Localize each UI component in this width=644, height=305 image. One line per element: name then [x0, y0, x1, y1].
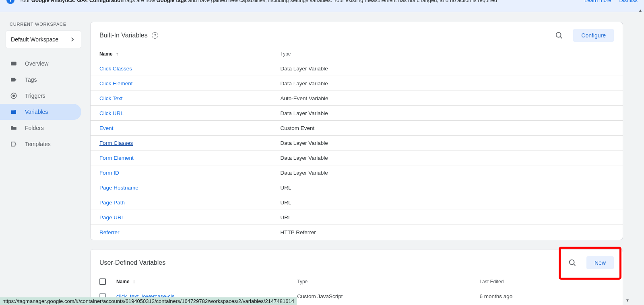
ud-col-type-header[interactable]: Type	[288, 274, 471, 289]
learn-more-link[interactable]: Learn more	[584, 0, 611, 3]
variable-link[interactable]: Click Element	[99, 80, 133, 87]
ud-col-name-header[interactable]: Name↑	[115, 274, 288, 289]
variable-type: Custom Event	[271, 121, 623, 136]
chevron-right-icon	[69, 36, 76, 43]
variable-type: Auto-Event Variable	[271, 91, 623, 106]
collapse-caret-icon[interactable]: ▲	[638, 8, 642, 12]
sidebar-item-folders[interactable]: Folders	[0, 120, 81, 136]
sort-asc-icon: ↑	[133, 279, 135, 284]
workspace-selector[interactable]: Default Workspace	[6, 31, 81, 48]
sidebar: CURRENT WORKSPACE Default Workspace Over…	[0, 12, 89, 305]
variable-link[interactable]: Page URL	[99, 214, 124, 221]
info-icon: i	[6, 0, 14, 4]
table-row[interactable]: Form ElementData Layer Variable	[91, 150, 623, 165]
variable-link[interactable]: Form Element	[99, 155, 134, 161]
variable-type: URL	[271, 210, 623, 225]
sidebar-item-overview[interactable]: Overview	[0, 56, 81, 72]
variable-link[interactable]: Form ID	[99, 170, 119, 176]
variable-link[interactable]: Page Path	[99, 200, 125, 206]
sidebar-item-label: Templates	[25, 141, 51, 147]
status-bar-url: https://tagmanager.google.com/#/containe…	[0, 297, 297, 305]
overview-icon	[10, 60, 18, 68]
info-banner: i Your Google Analytics: GA4 Configurati…	[0, 0, 644, 12]
sidebar-item-label: Overview	[25, 60, 48, 67]
variable-last-edited: 6 months ago	[471, 289, 623, 304]
builtin-variables-table: Name↑ Type Click ClassesData Layer Varia…	[91, 47, 623, 240]
search-userdef-button[interactable]	[566, 256, 579, 270]
table-row[interactable]: Click URLData Layer Variable	[91, 106, 623, 121]
variable-link[interactable]: Page Hostname	[99, 185, 138, 191]
variable-type: Data Layer Variable	[271, 76, 623, 91]
svg-point-2	[12, 95, 15, 97]
help-icon[interactable]: ?	[152, 32, 158, 39]
ud-col-last-header[interactable]: Last Edited	[471, 274, 623, 289]
table-row[interactable]: Form ClassesData Layer Variable	[91, 136, 623, 150]
table-row[interactable]: Form IDData Layer Variable	[91, 165, 623, 180]
variable-type: URL	[271, 180, 623, 195]
table-row[interactable]: Page URLURL	[91, 210, 623, 225]
banner-text: Your Google Analytics: GA4 Configuration…	[19, 0, 497, 3]
table-row[interactable]: Click TextAuto-Event Variable	[91, 91, 623, 106]
main-content: Built-In Variables ? Configure Name↑	[89, 12, 644, 305]
workspace-label: CURRENT WORKSPACE	[0, 22, 89, 31]
configure-button[interactable]: Configure	[573, 29, 614, 42]
svg-point-3	[556, 33, 561, 37]
variable-link[interactable]: Click URL	[99, 110, 124, 116]
userdef-variables-card: User-Defined Variables New Name↑	[90, 249, 623, 305]
checkbox-icon[interactable]	[99, 278, 106, 285]
variable-type: Data Layer Variable	[271, 150, 623, 165]
variable-type: Custom JavaScript	[288, 289, 471, 304]
select-all-header[interactable]	[91, 274, 115, 289]
new-variable-button[interactable]: New	[586, 256, 614, 269]
sidebar-item-label: Folders	[25, 125, 44, 131]
builtin-title: Built-In Variables	[99, 32, 148, 39]
svg-line-6	[574, 264, 575, 265]
sidebar-item-variables[interactable]: Variables	[0, 104, 81, 120]
folders-icon	[10, 124, 18, 132]
sidebar-item-triggers[interactable]: Triggers	[0, 88, 81, 104]
col-name-header[interactable]: Name↑	[91, 47, 271, 61]
variable-type: Data Layer Variable	[271, 61, 623, 76]
search-builtin-button[interactable]	[552, 29, 566, 42]
sidebar-item-label: Variables	[25, 109, 48, 115]
col-type-header[interactable]: Type	[271, 47, 623, 61]
tags-icon	[10, 76, 18, 84]
userdef-title: User-Defined Variables	[99, 259, 165, 266]
table-row[interactable]: Page PathURL	[91, 195, 623, 210]
svg-rect-0	[11, 62, 17, 66]
svg-line-4	[560, 37, 562, 38]
variable-link[interactable]: Click Classes	[99, 66, 132, 72]
variable-type: HTTP Referrer	[271, 225, 623, 240]
table-row[interactable]: ReferrerHTTP Referrer	[91, 225, 623, 240]
variable-type: Data Layer Variable	[271, 165, 623, 180]
variable-link[interactable]: Referrer	[99, 229, 120, 235]
table-row[interactable]: Click ElementData Layer Variable	[91, 76, 623, 91]
variable-link[interactable]: Event	[99, 125, 114, 131]
sidebar-item-tags[interactable]: Tags	[0, 72, 81, 88]
variable-link[interactable]: Form Classes	[99, 140, 133, 146]
dropdown-caret-icon: ▼	[625, 298, 630, 303]
sidebar-item-label: Tags	[25, 76, 37, 83]
variables-icon	[10, 108, 18, 116]
workspace-name: Default Workspace	[11, 36, 58, 43]
svg-point-5	[570, 260, 574, 264]
variable-type: URL	[271, 195, 623, 210]
templates-icon	[10, 140, 18, 148]
table-row[interactable]: Page HostnameURL	[91, 180, 623, 195]
variable-type: Data Layer Variable	[271, 106, 623, 121]
variable-type: Data Layer Variable	[271, 136, 623, 150]
table-row[interactable]: Click ClassesData Layer Variable	[91, 61, 623, 76]
dismiss-link[interactable]: Dismiss	[619, 0, 638, 3]
sidebar-item-label: Triggers	[25, 93, 45, 99]
triggers-icon	[10, 92, 18, 100]
builtin-variables-card: Built-In Variables ? Configure Name↑	[90, 22, 623, 240]
sort-asc-icon: ↑	[116, 51, 118, 57]
table-row[interactable]: EventCustom Event	[91, 121, 623, 136]
sidebar-item-templates[interactable]: Templates	[0, 136, 81, 152]
variable-link[interactable]: Click Text	[99, 95, 123, 101]
